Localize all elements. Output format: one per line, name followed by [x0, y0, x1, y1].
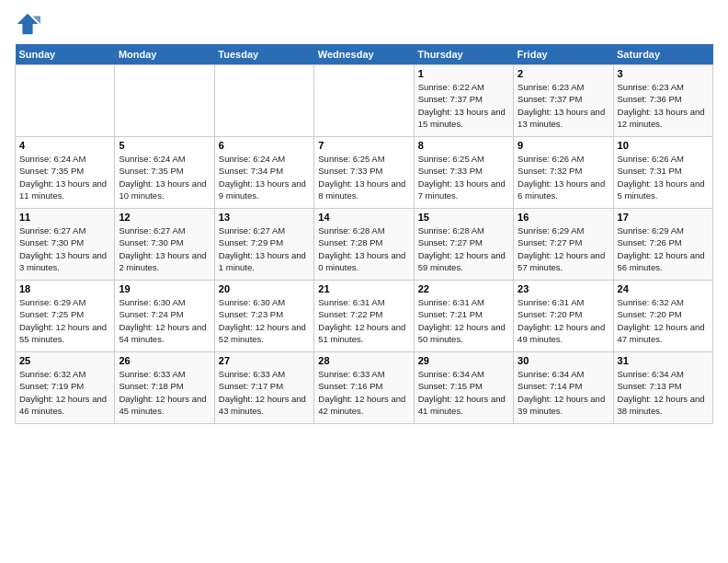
day-info: Sunrise: 6:29 AM Sunset: 7:25 PM Dayligh…: [19, 296, 110, 345]
calendar-table: SundayMondayTuesdayWednesdayThursdayFrid…: [15, 44, 713, 424]
day-cell: 25Sunrise: 6:32 AM Sunset: 7:19 PM Dayli…: [16, 352, 115, 424]
day-info: Sunrise: 6:31 AM Sunset: 7:20 PM Dayligh…: [518, 296, 609, 345]
day-number: 25: [19, 355, 110, 366]
day-info: Sunrise: 6:24 AM Sunset: 7:35 PM Dayligh…: [19, 153, 110, 201]
day-info: Sunrise: 6:27 AM Sunset: 7:30 PM Dayligh…: [19, 224, 110, 273]
day-cell: 23Sunrise: 6:31 AM Sunset: 7:20 PM Dayli…: [514, 281, 613, 352]
day-cell: 26Sunrise: 6:33 AM Sunset: 7:18 PM Dayli…: [115, 352, 214, 424]
header: [15, 11, 713, 37]
weekday-header-thursday: Thursday: [414, 44, 513, 65]
day-cell: 28Sunrise: 6:33 AM Sunset: 7:16 PM Dayli…: [314, 352, 414, 424]
day-cell: 7Sunrise: 6:25 AM Sunset: 7:33 PM Daylig…: [314, 137, 414, 209]
day-number: 3: [618, 68, 709, 79]
day-number: 11: [19, 212, 110, 223]
day-info: Sunrise: 6:27 AM Sunset: 7:30 PM Dayligh…: [119, 224, 210, 273]
day-number: 4: [19, 140, 110, 151]
day-number: 9: [518, 140, 609, 151]
day-cell: 15Sunrise: 6:28 AM Sunset: 7:27 PM Dayli…: [414, 209, 513, 281]
day-number: 23: [518, 283, 609, 294]
calendar-page: SundayMondayTuesdayWednesdayThursdayFrid…: [0, 0, 728, 563]
day-cell: 11Sunrise: 6:27 AM Sunset: 7:30 PM Dayli…: [16, 209, 115, 281]
day-cell: 5Sunrise: 6:24 AM Sunset: 7:35 PM Daylig…: [115, 137, 214, 209]
day-info: Sunrise: 6:31 AM Sunset: 7:21 PM Dayligh…: [418, 296, 509, 345]
day-cell: 17Sunrise: 6:29 AM Sunset: 7:26 PM Dayli…: [613, 209, 712, 281]
day-cell: 13Sunrise: 6:27 AM Sunset: 7:29 PM Dayli…: [214, 209, 313, 281]
day-number: 1: [418, 68, 509, 79]
day-cell: 4Sunrise: 6:24 AM Sunset: 7:35 PM Daylig…: [16, 137, 115, 209]
day-info: Sunrise: 6:32 AM Sunset: 7:19 PM Dayligh…: [19, 368, 110, 417]
day-info: Sunrise: 6:34 AM Sunset: 7:14 PM Dayligh…: [518, 368, 609, 417]
day-number: 2: [518, 68, 609, 79]
day-info: Sunrise: 6:25 AM Sunset: 7:33 PM Dayligh…: [418, 153, 509, 201]
day-cell: 1Sunrise: 6:22 AM Sunset: 7:37 PM Daylig…: [414, 65, 513, 137]
day-info: Sunrise: 6:29 AM Sunset: 7:27 PM Dayligh…: [518, 224, 609, 273]
weekday-header-wednesday: Wednesday: [314, 44, 414, 65]
day-cell: 8Sunrise: 6:25 AM Sunset: 7:33 PM Daylig…: [414, 137, 513, 209]
day-cell: 10Sunrise: 6:26 AM Sunset: 7:31 PM Dayli…: [613, 137, 712, 209]
week-row-5: 25Sunrise: 6:32 AM Sunset: 7:19 PM Dayli…: [16, 352, 713, 424]
weekday-header-friday: Friday: [514, 44, 613, 65]
day-cell: 29Sunrise: 6:34 AM Sunset: 7:15 PM Dayli…: [414, 352, 513, 424]
day-number: 29: [418, 355, 509, 366]
weekday-header-sunday: Sunday: [16, 44, 115, 65]
day-cell: 9Sunrise: 6:26 AM Sunset: 7:32 PM Daylig…: [514, 137, 613, 209]
day-info: Sunrise: 6:31 AM Sunset: 7:22 PM Dayligh…: [318, 296, 409, 345]
day-info: Sunrise: 6:34 AM Sunset: 7:15 PM Dayligh…: [418, 368, 509, 417]
day-cell: 19Sunrise: 6:30 AM Sunset: 7:24 PM Dayli…: [115, 281, 214, 352]
day-info: Sunrise: 6:33 AM Sunset: 7:18 PM Dayligh…: [119, 368, 210, 417]
day-cell: [214, 65, 313, 137]
day-number: 13: [219, 212, 310, 223]
day-info: Sunrise: 6:24 AM Sunset: 7:35 PM Dayligh…: [119, 153, 210, 201]
day-info: Sunrise: 6:27 AM Sunset: 7:29 PM Dayligh…: [219, 224, 310, 273]
day-info: Sunrise: 6:28 AM Sunset: 7:28 PM Dayligh…: [318, 224, 409, 273]
weekday-header-tuesday: Tuesday: [214, 44, 313, 65]
day-info: Sunrise: 6:30 AM Sunset: 7:24 PM Dayligh…: [119, 296, 210, 345]
day-cell: 31Sunrise: 6:34 AM Sunset: 7:13 PM Dayli…: [613, 352, 712, 424]
day-cell: 3Sunrise: 6:23 AM Sunset: 7:36 PM Daylig…: [613, 65, 712, 137]
day-number: 15: [418, 212, 509, 223]
logo-icon: [15, 11, 40, 37]
day-info: Sunrise: 6:33 AM Sunset: 7:17 PM Dayligh…: [219, 368, 310, 417]
day-info: Sunrise: 6:22 AM Sunset: 7:37 PM Dayligh…: [418, 81, 509, 130]
weekday-header-monday: Monday: [115, 44, 214, 65]
logo: [15, 11, 44, 37]
day-cell: [16, 65, 115, 137]
day-cell: [115, 65, 214, 137]
day-number: 18: [19, 283, 110, 294]
day-number: 16: [518, 212, 609, 223]
weekday-header-saturday: Saturday: [613, 44, 712, 65]
day-info: Sunrise: 6:26 AM Sunset: 7:32 PM Dayligh…: [518, 153, 609, 201]
day-number: 24: [618, 283, 709, 294]
day-info: Sunrise: 6:24 AM Sunset: 7:34 PM Dayligh…: [219, 153, 310, 201]
day-number: 20: [219, 283, 310, 294]
day-info: Sunrise: 6:23 AM Sunset: 7:36 PM Dayligh…: [618, 81, 709, 130]
week-row-1: 1Sunrise: 6:22 AM Sunset: 7:37 PM Daylig…: [16, 65, 713, 137]
day-cell: 18Sunrise: 6:29 AM Sunset: 7:25 PM Dayli…: [16, 281, 115, 352]
day-cell: 22Sunrise: 6:31 AM Sunset: 7:21 PM Dayli…: [414, 281, 513, 352]
day-number: 6: [219, 140, 310, 151]
day-info: Sunrise: 6:25 AM Sunset: 7:33 PM Dayligh…: [318, 153, 409, 201]
day-number: 8: [418, 140, 509, 151]
day-number: 10: [618, 140, 709, 151]
day-number: 5: [119, 140, 210, 151]
day-cell: 12Sunrise: 6:27 AM Sunset: 7:30 PM Dayli…: [115, 209, 214, 281]
day-number: 27: [219, 355, 310, 366]
day-number: 26: [119, 355, 210, 366]
day-info: Sunrise: 6:28 AM Sunset: 7:27 PM Dayligh…: [418, 224, 509, 273]
week-row-2: 4Sunrise: 6:24 AM Sunset: 7:35 PM Daylig…: [16, 137, 713, 209]
day-number: 31: [618, 355, 709, 366]
day-cell: 6Sunrise: 6:24 AM Sunset: 7:34 PM Daylig…: [214, 137, 313, 209]
day-info: Sunrise: 6:29 AM Sunset: 7:26 PM Dayligh…: [618, 224, 709, 273]
day-number: 30: [518, 355, 609, 366]
day-number: 17: [618, 212, 709, 223]
day-cell: 2Sunrise: 6:23 AM Sunset: 7:37 PM Daylig…: [514, 65, 613, 137]
day-cell: 16Sunrise: 6:29 AM Sunset: 7:27 PM Dayli…: [514, 209, 613, 281]
day-info: Sunrise: 6:32 AM Sunset: 7:20 PM Dayligh…: [618, 296, 709, 345]
day-cell: 21Sunrise: 6:31 AM Sunset: 7:22 PM Dayli…: [314, 281, 414, 352]
day-info: Sunrise: 6:30 AM Sunset: 7:23 PM Dayligh…: [219, 296, 310, 345]
day-info: Sunrise: 6:34 AM Sunset: 7:13 PM Dayligh…: [618, 368, 709, 417]
day-info: Sunrise: 6:33 AM Sunset: 7:16 PM Dayligh…: [318, 368, 409, 417]
day-number: 7: [318, 140, 409, 151]
day-number: 19: [119, 283, 210, 294]
day-cell: 14Sunrise: 6:28 AM Sunset: 7:28 PM Dayli…: [314, 209, 414, 281]
